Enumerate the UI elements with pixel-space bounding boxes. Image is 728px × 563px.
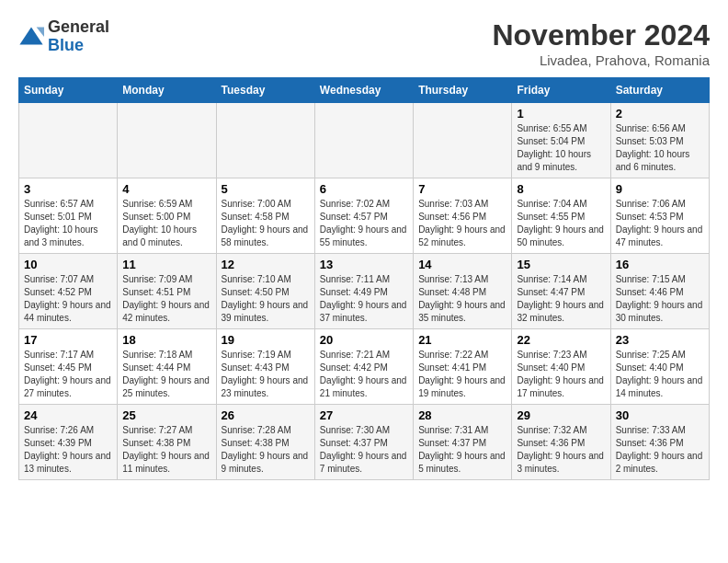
day-number: 8	[517, 182, 605, 196]
day-number: 21	[418, 333, 506, 347]
day-number: 29	[517, 408, 605, 422]
day-info: Sunrise: 7:28 AMSunset: 4:38 PMDaylight:…	[222, 424, 310, 476]
day-info: Sunrise: 7:09 AMSunset: 4:51 PMDaylight:…	[122, 273, 210, 325]
day-number: 13	[320, 258, 408, 271]
col-header-wednesday: Wednesday	[314, 78, 413, 103]
day-number: 22	[517, 333, 605, 347]
day-number: 6	[320, 182, 408, 196]
calendar-cell: 25Sunrise: 7:27 AMSunset: 4:38 PMDayligh…	[118, 405, 216, 480]
title-area: November 2024 Livadea, Prahova, Romania	[492, 18, 710, 68]
header-row: SundayMondayTuesdayWednesdayThursdayFrid…	[19, 78, 710, 103]
day-number: 9	[616, 182, 704, 196]
day-info: Sunrise: 7:11 AMSunset: 4:49 PMDaylight:…	[320, 273, 408, 325]
day-info: Sunrise: 6:55 AMSunset: 5:04 PMDaylight:…	[517, 122, 605, 174]
calendar-cell: 5Sunrise: 7:00 AMSunset: 4:58 PMDaylight…	[216, 178, 314, 254]
logo: General Blue	[18, 18, 109, 55]
header: General Blue November 2024 Livadea, Prah…	[18, 18, 710, 68]
logo-text: General Blue	[48, 18, 109, 55]
day-number: 2	[616, 107, 704, 121]
page-title: November 2024	[492, 18, 710, 52]
day-number: 23	[616, 333, 704, 347]
calendar-week-5: 24Sunrise: 7:26 AMSunset: 4:39 PMDayligh…	[19, 405, 710, 480]
calendar-cell	[314, 103, 413, 178]
day-info: Sunrise: 7:23 AMSunset: 4:40 PMDaylight:…	[517, 349, 605, 400]
calendar-cell: 14Sunrise: 7:13 AMSunset: 4:48 PMDayligh…	[414, 254, 512, 329]
day-info: Sunrise: 7:32 AMSunset: 4:36 PMDaylight:…	[517, 424, 605, 476]
calendar-cell: 13Sunrise: 7:11 AMSunset: 4:49 PMDayligh…	[314, 254, 413, 329]
day-info: Sunrise: 6:59 AMSunset: 5:00 PMDaylight:…	[122, 198, 210, 249]
logo-blue-text: Blue	[48, 37, 109, 55]
day-number: 14	[418, 258, 506, 271]
day-info: Sunrise: 7:33 AMSunset: 4:36 PMDaylight:…	[616, 424, 704, 476]
day-info: Sunrise: 7:13 AMSunset: 4:48 PMDaylight:…	[418, 273, 506, 325]
day-info: Sunrise: 7:27 AMSunset: 4:38 PMDaylight:…	[122, 424, 210, 476]
calendar-cell: 19Sunrise: 7:19 AMSunset: 4:43 PMDayligh…	[216, 329, 314, 405]
day-info: Sunrise: 7:10 AMSunset: 4:50 PMDaylight:…	[222, 273, 310, 325]
day-info: Sunrise: 7:30 AMSunset: 4:37 PMDaylight:…	[320, 424, 408, 476]
day-info: Sunrise: 6:56 AMSunset: 5:03 PMDaylight:…	[616, 122, 704, 174]
calendar-week-4: 17Sunrise: 7:17 AMSunset: 4:45 PMDayligh…	[19, 329, 710, 405]
day-number: 12	[222, 258, 310, 271]
page-subtitle: Livadea, Prahova, Romania	[492, 52, 710, 68]
day-number: 25	[122, 408, 210, 422]
col-header-friday: Friday	[512, 78, 610, 103]
day-number: 26	[222, 408, 310, 422]
day-number: 28	[418, 408, 506, 422]
calendar-cell: 16Sunrise: 7:15 AMSunset: 4:46 PMDayligh…	[610, 254, 709, 329]
day-info: Sunrise: 7:02 AMSunset: 4:57 PMDaylight:…	[320, 198, 408, 249]
svg-marker-1	[37, 27, 44, 37]
day-number: 20	[320, 333, 408, 347]
calendar-cell	[118, 103, 216, 178]
calendar-cell: 11Sunrise: 7:09 AMSunset: 4:51 PMDayligh…	[118, 254, 216, 329]
day-number: 5	[222, 182, 310, 196]
day-number: 7	[418, 182, 506, 196]
calendar-table: SundayMondayTuesdayWednesdayThursdayFrid…	[18, 77, 710, 480]
day-number: 4	[122, 182, 210, 196]
logo-general-text: General	[48, 18, 109, 37]
day-number: 11	[122, 258, 210, 271]
calendar-body: 1Sunrise: 6:55 AMSunset: 5:04 PMDaylight…	[19, 103, 710, 480]
calendar-week-3: 10Sunrise: 7:07 AMSunset: 4:52 PMDayligh…	[19, 254, 710, 329]
calendar-cell: 23Sunrise: 7:25 AMSunset: 4:40 PMDayligh…	[610, 329, 709, 405]
day-number: 18	[122, 333, 210, 347]
logo-icon	[18, 24, 44, 50]
calendar-cell: 1Sunrise: 6:55 AMSunset: 5:04 PMDaylight…	[512, 103, 610, 178]
calendar-cell: 8Sunrise: 7:04 AMSunset: 4:55 PMDaylight…	[512, 178, 610, 254]
col-header-sunday: Sunday	[19, 78, 118, 103]
calendar-cell: 4Sunrise: 6:59 AMSunset: 5:00 PMDaylight…	[118, 178, 216, 254]
calendar-cell: 2Sunrise: 6:56 AMSunset: 5:03 PMDaylight…	[610, 103, 709, 178]
day-number: 1	[517, 107, 605, 121]
calendar-cell: 12Sunrise: 7:10 AMSunset: 4:50 PMDayligh…	[216, 254, 314, 329]
day-number: 27	[320, 408, 408, 422]
day-info: Sunrise: 7:03 AMSunset: 4:56 PMDaylight:…	[418, 198, 506, 249]
day-info: Sunrise: 7:21 AMSunset: 4:42 PMDaylight:…	[320, 349, 408, 400]
calendar-cell: 29Sunrise: 7:32 AMSunset: 4:36 PMDayligh…	[512, 405, 610, 480]
calendar-cell: 6Sunrise: 7:02 AMSunset: 4:57 PMDaylight…	[314, 178, 413, 254]
day-number: 24	[24, 408, 112, 422]
day-info: Sunrise: 7:06 AMSunset: 4:53 PMDaylight:…	[616, 198, 704, 249]
calendar-cell: 7Sunrise: 7:03 AMSunset: 4:56 PMDaylight…	[414, 178, 512, 254]
day-info: Sunrise: 7:04 AMSunset: 4:55 PMDaylight:…	[517, 198, 605, 249]
day-info: Sunrise: 6:57 AMSunset: 5:01 PMDaylight:…	[24, 198, 112, 249]
calendar-cell: 3Sunrise: 6:57 AMSunset: 5:01 PMDaylight…	[19, 178, 118, 254]
day-info: Sunrise: 7:18 AMSunset: 4:44 PMDaylight:…	[122, 349, 210, 400]
calendar-header: SundayMondayTuesdayWednesdayThursdayFrid…	[19, 78, 710, 103]
calendar-cell: 30Sunrise: 7:33 AMSunset: 4:36 PMDayligh…	[610, 405, 709, 480]
calendar-week-2: 3Sunrise: 6:57 AMSunset: 5:01 PMDaylight…	[19, 178, 710, 254]
day-number: 30	[616, 408, 704, 422]
calendar-cell: 24Sunrise: 7:26 AMSunset: 4:39 PMDayligh…	[19, 405, 118, 480]
calendar-cell	[216, 103, 314, 178]
day-number: 19	[222, 333, 310, 347]
day-number: 16	[616, 258, 704, 271]
day-number: 17	[24, 333, 112, 347]
calendar-cell: 18Sunrise: 7:18 AMSunset: 4:44 PMDayligh…	[118, 329, 216, 405]
col-header-thursday: Thursday	[414, 78, 512, 103]
day-info: Sunrise: 7:15 AMSunset: 4:46 PMDaylight:…	[616, 273, 704, 325]
calendar-cell: 20Sunrise: 7:21 AMSunset: 4:42 PMDayligh…	[314, 329, 413, 405]
col-header-saturday: Saturday	[610, 78, 709, 103]
day-info: Sunrise: 7:26 AMSunset: 4:39 PMDaylight:…	[24, 424, 112, 476]
calendar-cell: 10Sunrise: 7:07 AMSunset: 4:52 PMDayligh…	[19, 254, 118, 329]
calendar-cell: 27Sunrise: 7:30 AMSunset: 4:37 PMDayligh…	[314, 405, 413, 480]
day-number: 3	[24, 182, 112, 196]
calendar-cell: 22Sunrise: 7:23 AMSunset: 4:40 PMDayligh…	[512, 329, 610, 405]
